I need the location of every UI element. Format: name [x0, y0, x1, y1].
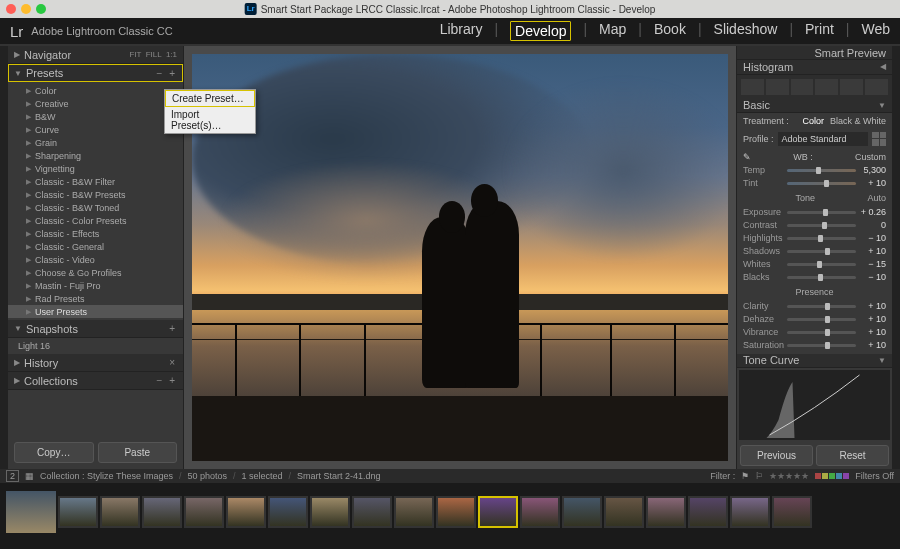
filmstrip-thumbnail[interactable] — [394, 496, 434, 528]
preset-folder[interactable]: ▶Choose & Go Profiles — [8, 266, 183, 279]
filmstrip-thumbnail[interactable] — [520, 496, 560, 528]
temp-slider[interactable] — [787, 169, 856, 172]
snapshots-header[interactable]: ▼ Snapshots + — [8, 320, 183, 338]
add-snapshot-button[interactable]: + — [169, 323, 177, 334]
previous-button[interactable]: Previous — [740, 445, 813, 466]
module-print[interactable]: Print — [805, 21, 834, 41]
clarity-slider[interactable] — [787, 305, 856, 308]
module-map[interactable]: Map — [599, 21, 626, 41]
star-filter[interactable]: ★★★★★ — [769, 471, 809, 481]
wb-select[interactable]: Custom — [855, 152, 886, 162]
tint-value[interactable]: + 10 — [860, 178, 886, 188]
minimize-window-button[interactable] — [21, 4, 31, 14]
preset-folder[interactable]: ▶Curve — [8, 123, 183, 136]
tint-slider[interactable] — [787, 182, 856, 185]
shadows-value[interactable]: + 10 — [860, 246, 886, 256]
filmstrip[interactable] — [0, 483, 900, 541]
highlights-value[interactable]: − 10 — [860, 233, 886, 243]
highlights-slider[interactable] — [787, 237, 856, 240]
filmstrip-thumbnail[interactable] — [352, 496, 392, 528]
exposure-value[interactable]: + 0.26 — [860, 207, 886, 217]
preset-folder[interactable]: ▶Sharpening — [8, 149, 183, 162]
treatment-color[interactable]: Color — [802, 116, 824, 126]
remove-preset-button[interactable]: − — [157, 68, 165, 79]
filmstrip-thumbnail[interactable] — [310, 496, 350, 528]
navigator-header[interactable]: ▶ Navigator FIT FILL 1:1 — [8, 46, 183, 64]
contrast-value[interactable]: 0 — [860, 220, 886, 230]
crop-tool[interactable] — [741, 79, 764, 95]
copy-button[interactable]: Copy… — [14, 442, 94, 463]
whites-value[interactable]: − 15 — [860, 259, 886, 269]
basic-header[interactable]: Basic ▼ — [737, 99, 892, 113]
vibrance-slider[interactable] — [787, 331, 856, 334]
module-book[interactable]: Book — [654, 21, 686, 41]
clarity-value[interactable]: + 10 — [860, 301, 886, 311]
preset-folder[interactable]: ▶Vignetting — [8, 162, 183, 175]
smart-preview-header[interactable]: Smart Preview — [737, 46, 892, 60]
saturation-value[interactable]: + 10 — [860, 340, 886, 350]
presets-header[interactable]: ▼ Presets − + — [8, 64, 183, 82]
preset-folder[interactable]: ▶Grain — [8, 136, 183, 149]
dehaze-value[interactable]: + 10 — [860, 314, 886, 324]
filmstrip-thumbnail[interactable] — [688, 496, 728, 528]
filmstrip-thumbnail[interactable] — [772, 496, 812, 528]
collections-header[interactable]: ▶ Collections − + — [8, 372, 183, 390]
radial-tool[interactable] — [840, 79, 863, 95]
exposure-slider[interactable] — [787, 211, 856, 214]
zoom-window-button[interactable] — [36, 4, 46, 14]
grid-icon[interactable]: ▦ — [25, 471, 34, 481]
preset-folder[interactable]: ▶Color — [8, 84, 183, 97]
auto-tone-button[interactable]: Auto — [867, 193, 886, 203]
preset-folder[interactable]: ▶Classic - B&W Presets — [8, 188, 183, 201]
right-edge-toggle[interactable] — [892, 46, 900, 469]
preset-folder[interactable]: ▶Rad Presets — [8, 292, 183, 305]
second-window-icon[interactable]: 2 — [6, 470, 19, 482]
filmstrip-thumbnail[interactable] — [142, 496, 182, 528]
preset-folder[interactable]: ▶Classic - General — [8, 240, 183, 253]
eyedropper-icon[interactable]: ✎ — [743, 152, 751, 162]
module-develop[interactable]: Develop — [510, 21, 571, 41]
temp-value[interactable]: 5,300 — [860, 165, 886, 175]
module-slideshow[interactable]: Slideshow — [714, 21, 778, 41]
module-web[interactable]: Web — [861, 21, 890, 41]
flag-filter-off[interactable]: ⚐ — [755, 471, 763, 481]
add-preset-button[interactable]: + — [169, 68, 177, 79]
close-window-button[interactable] — [6, 4, 16, 14]
paste-button[interactable]: Paste — [98, 442, 178, 463]
spot-tool[interactable] — [766, 79, 789, 95]
shadows-slider[interactable] — [787, 250, 856, 253]
second-window-preview[interactable] — [6, 491, 56, 533]
preset-folder[interactable]: ▶Classic - B&W Filter — [8, 175, 183, 188]
filmstrip-thumbnail[interactable] — [436, 496, 476, 528]
whites-slider[interactable] — [787, 263, 856, 266]
menu-import-preset[interactable]: Import Preset(s)… — [165, 107, 255, 133]
tone-curve-graph[interactable] — [739, 370, 890, 440]
filmstrip-thumbnail[interactable] — [604, 496, 644, 528]
preset-folder[interactable]: ▶Mastin - Fuji Pro — [8, 279, 183, 292]
preset-folder[interactable]: ▶B&W — [8, 110, 183, 123]
brush-tool[interactable] — [865, 79, 888, 95]
left-edge-toggle[interactable] — [0, 46, 8, 469]
menu-create-preset[interactable]: Create Preset… — [165, 90, 255, 107]
treatment-bw[interactable]: Black & White — [830, 116, 886, 126]
filmstrip-thumbnail[interactable] — [184, 496, 224, 528]
blacks-slider[interactable] — [787, 276, 856, 279]
reset-button[interactable]: Reset — [816, 445, 889, 466]
filmstrip-thumbnail[interactable] — [100, 496, 140, 528]
filmstrip-thumbnail[interactable] — [226, 496, 266, 528]
histogram-header[interactable]: Histogram ◀ — [737, 60, 892, 74]
vibrance-value[interactable]: + 10 — [860, 327, 886, 337]
filters-off-label[interactable]: Filters Off — [855, 471, 894, 481]
history-header[interactable]: ▶ History × — [8, 354, 183, 372]
preset-folder[interactable]: ▶Classic - Video — [8, 253, 183, 266]
filmstrip-thumbnail[interactable] — [646, 496, 686, 528]
flag-filter[interactable]: ⚑ — [741, 471, 749, 481]
profile-browser-icon[interactable] — [872, 132, 886, 146]
filmstrip-thumbnail[interactable] — [562, 496, 602, 528]
filmstrip-thumbnail[interactable] — [730, 496, 770, 528]
filmstrip-thumbnail[interactable] — [58, 496, 98, 528]
color-filter[interactable] — [815, 473, 849, 479]
collection-label[interactable]: Collection : Stylize These Images — [40, 471, 173, 481]
profile-select[interactable]: Adobe Standard — [778, 132, 868, 146]
filmstrip-thumbnail[interactable] — [478, 496, 518, 528]
